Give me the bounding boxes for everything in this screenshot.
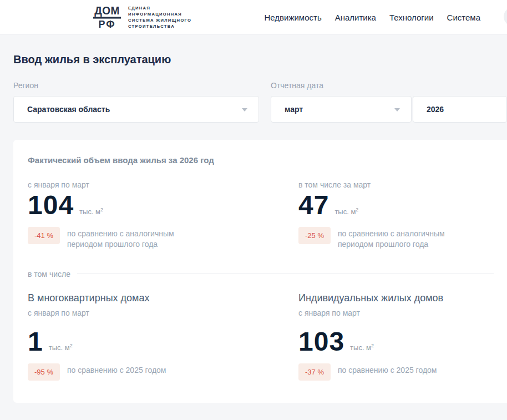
region-filter: Регион Саратовская область — [13, 81, 259, 123]
unit-sup: 2 — [70, 343, 73, 348]
chevron-down-icon — [394, 108, 400, 112]
stat-jan-to-march: с января по март 104 тыс. м2 -41 % по ср… — [28, 180, 298, 250]
breakdown-individual-houses: Индивидуальных жилых домов с января по м… — [298, 292, 494, 381]
compare-text: по сравнению с аналогичным периодом прош… — [338, 227, 476, 250]
unit-text: тыс. м — [79, 208, 100, 216]
nav-item-technologies[interactable]: Технологии — [389, 13, 434, 22]
search-button[interactable] — [504, 7, 507, 26]
change-badge: -37 % — [298, 363, 331, 381]
including-label: в том числе — [28, 270, 70, 279]
month-select-value: март — [285, 105, 303, 114]
report-date-label: Отчетная дата — [271, 81, 507, 90]
unit-sup: 2 — [356, 207, 358, 212]
chevron-down-icon — [242, 108, 247, 112]
card-title: Фактический объем ввода жилья за 2026 го… — [28, 155, 494, 165]
stat-period-label: в том числе за март — [298, 180, 494, 189]
stat-unit: тыс. м2 — [49, 343, 73, 352]
breakdown-row: В многоквартирных домах с января по март… — [28, 292, 494, 381]
unit-text: тыс. м — [334, 208, 356, 216]
logo-tagline-line: ИНФОРМАЦИОННАЯ — [128, 11, 191, 17]
top-navbar: ДОМ РФ ЕДИНАЯ ИНФОРМАЦИОННАЯ СИСТЕМА ЖИЛ… — [0, 0, 507, 34]
nav-item-analytics[interactable]: Аналитика — [335, 13, 376, 22]
stat-unit: тыс. м2 — [334, 207, 358, 216]
month-select[interactable]: март — [271, 96, 412, 123]
unit-sup: 2 — [371, 343, 374, 348]
change-badge: -25 % — [298, 227, 331, 244]
stat-value: 103 — [298, 328, 344, 355]
stat-change-row: -95 % по сравнению с 2025 годом — [28, 363, 298, 381]
breakdown-period: с января по март — [28, 308, 298, 317]
logo-tagline-line: СТРОИТЕЛЬСТВА — [128, 23, 191, 29]
stat-change-row: -41 % по сравнению с аналогичным периодо… — [28, 227, 298, 250]
housing-stats-card: Фактический объем ввода жилья за 2026 го… — [13, 140, 507, 403]
unit-sup: 2 — [100, 207, 103, 212]
stat-value-row: 47 тыс. м2 — [298, 192, 494, 219]
stat-march-only: в том числе за март 47 тыс. м2 -25 % по … — [298, 180, 494, 250]
stat-period-label: с января по март — [28, 180, 298, 189]
screen: ДОМ РФ ЕДИНАЯ ИНФОРМАЦИОННАЯ СИСТЕМА ЖИЛ… — [0, 0, 507, 420]
domrf-logo[interactable]: ДОМ РФ ЕДИНАЯ ИНФОРМАЦИОННАЯ СИСТЕМА ЖИЛ… — [93, 5, 191, 29]
logo-tagline-line: ЕДИНАЯ — [128, 5, 191, 11]
change-badge: -41 % — [28, 227, 60, 244]
stat-change-row: -25 % по сравнению с аналогичным периодо… — [298, 227, 494, 250]
region-filter-label: Регион — [13, 81, 259, 90]
year-select-value: 2026 — [427, 105, 444, 114]
nav-item-system[interactable]: Система — [447, 13, 480, 22]
compare-text: по сравнению с 2025 годом — [67, 363, 166, 376]
domrf-logo-icon: ДОМ РФ — [93, 6, 121, 29]
region-select-value: Саратовская область — [27, 105, 110, 114]
year-select[interactable]: 2026 — [413, 96, 507, 123]
logo-dom-text: ДОМ — [93, 5, 121, 18]
logo-tagline-line: СИСТЕМА ЖИЛИЩНОГО — [128, 17, 191, 23]
including-divider: в том числе — [28, 270, 494, 279]
page-title: Ввод жилья в эксплуатацию — [13, 53, 494, 66]
unit-text: тыс. м — [49, 344, 70, 352]
breakdown-apartment-buildings: В многоквартирных домах с января по март… — [28, 292, 298, 381]
divider-line — [77, 274, 494, 274]
breakdown-title: В многоквартирных домах — [28, 292, 298, 304]
stat-value-row: 1 тыс. м2 — [28, 328, 298, 355]
totals-row: с января по март 104 тыс. м2 -41 % по ср… — [28, 180, 494, 250]
logo-rf-text: РФ — [93, 18, 121, 29]
stat-value: 1 — [28, 328, 43, 355]
nav-item-realty[interactable]: Недвижимость — [265, 13, 322, 22]
compare-text: по сравнению с 2025 годом — [338, 363, 437, 376]
stat-unit: тыс. м2 — [79, 207, 103, 216]
breakdown-title: Индивидуальных жилых домов — [298, 292, 494, 304]
report-date-group: март 2026 — [271, 96, 507, 123]
compare-text: по сравнению с аналогичным периодом прош… — [67, 227, 206, 250]
stat-unit: тыс. м2 — [350, 343, 374, 352]
stat-change-row: -37 % по сравнению с 2025 годом — [298, 363, 494, 381]
stat-value-row: 103 тыс. м2 — [298, 328, 494, 355]
stat-value: 104 — [28, 192, 74, 219]
unit-text: тыс. м — [350, 344, 371, 352]
main-nav: Недвижимость Аналитика Технологии Систем… — [265, 0, 481, 34]
report-date-filter: Отчетная дата март 2026 — [271, 81, 507, 123]
stat-value: 47 — [298, 192, 329, 219]
filters-row: Регион Саратовская область Отчетная дата… — [13, 81, 507, 123]
breakdown-period: с января по март — [298, 308, 494, 317]
region-select[interactable]: Саратовская область — [13, 96, 259, 123]
change-badge: -95 % — [28, 363, 60, 381]
stat-value-row: 104 тыс. м2 — [28, 192, 298, 219]
logo-tagline: ЕДИНАЯ ИНФОРМАЦИОННАЯ СИСТЕМА ЖИЛИЩНОГО … — [128, 5, 191, 29]
